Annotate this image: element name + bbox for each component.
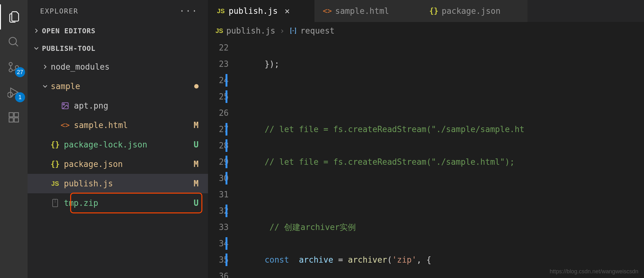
zip-icon [51,199,60,207]
tree-item-label: publish.js [64,179,194,188]
js-icon: JS [216,27,223,35]
svg-rect-10 [14,113,18,117]
chevron-down-icon [33,45,40,52]
tree-item-label: sample.html [74,120,194,130]
breadcrumb[interactable]: JS publish.js › request [208,22,644,40]
symbol-icon [289,27,297,35]
search-icon [8,36,20,48]
tab-label: package.json [442,6,501,16]
svg-rect-8 [9,118,13,122]
git-status-u: U [194,140,199,149]
json-icon: {} [51,140,60,149]
chevron-right-icon [41,63,49,71]
tree-file-package-json[interactable]: {} package.json M [28,154,208,174]
tree-item-label: apt.png [74,101,199,110]
git-status-u: U [194,198,199,208]
debug-activity[interactable]: 1 [0,80,28,105]
svg-rect-13 [53,199,58,207]
svg-rect-7 [9,113,13,117]
editor-tabs: JS publish.js × <> sample.html {} packag… [208,0,644,22]
watermark: https://blog.csdn.net/wangweiscsdn [550,268,638,275]
js-icon: JS [217,7,225,15]
editor-area: JS publish.js × <> sample.html {} packag… [208,0,644,278]
tree-item-label: node_modules [51,62,199,72]
svg-line-1 [15,44,18,46]
scm-activity[interactable]: 27 [0,55,28,80]
tab-publish-js[interactable]: JS publish.js × [208,0,314,22]
image-icon [61,101,70,110]
git-status-m: M [194,120,199,130]
close-icon[interactable]: × [285,6,290,16]
chevron-right-icon: › [280,26,285,35]
code-content[interactable]: }); // let file = fs.createReadStream(".… [242,40,644,278]
json-icon: {} [51,160,60,168]
modified-dot-icon [194,84,199,88]
code-editor[interactable]: 22 23 24 25 26 27 28 29 30 31 32 33 34 3… [208,40,644,278]
svg-rect-9 [14,118,18,122]
sidebar-title: EXPLORER [40,7,78,15]
tab-package-json[interactable]: {} package.json [421,0,527,22]
debug-badge: 1 [15,92,25,102]
extensions-icon [8,111,20,124]
tab-label: publish.js [229,6,278,16]
json-icon: {} [430,7,438,15]
tree-file-apt-png[interactable]: apt.png [28,96,208,115]
html-icon: <> [61,121,70,130]
search-activity[interactable] [0,29,28,55]
html-icon: <> [323,7,331,15]
js-icon: JS [51,179,60,188]
tree-item-label: package-lock.json [64,140,194,149]
line-numbers: 22 23 24 25 26 27 28 29 30 31 32 33 34 3… [208,40,242,278]
tab-label: sample.html [335,6,389,16]
explorer-sidebar: EXPLORER ··· OPEN EDITORS PUBLISH-TOOL n… [28,0,208,278]
project-label: PUBLISH-TOOL [42,45,96,52]
svg-point-3 [9,69,12,72]
more-actions-icon[interactable]: ··· [179,6,198,16]
chevron-right-icon [33,27,40,35]
breadcrumb-file: publish.js [226,26,275,35]
sidebar-header: EXPLORER ··· [28,0,208,22]
tree-item-label: package.json [64,159,194,169]
tree-item-label: sample [51,82,194,91]
tree-file-sample-html[interactable]: <> sample.html M [28,115,208,135]
tree-file-publish-js[interactable]: JS publish.js M [28,174,208,193]
svg-point-6 [8,92,13,98]
chevron-down-icon [41,83,49,90]
open-editors-section[interactable]: OPEN EDITORS [28,22,208,40]
activity-bar: 27 1 [0,0,28,278]
breadcrumb-symbol: request [300,26,335,35]
file-tree: node_modules sample apt.png <> sample.ht… [28,57,208,278]
svg-point-12 [63,104,65,105]
tree-file-tmp-zip[interactable]: tmp.zip U [28,193,208,213]
git-status-m: M [194,159,199,169]
tree-folder-node-modules[interactable]: node_modules [28,57,208,77]
git-status-m: M [194,179,199,188]
tab-sample-html[interactable]: <> sample.html [314,0,421,22]
svg-point-2 [9,62,12,66]
explorer-activity[interactable] [0,4,28,29]
tree-item-label: tmp.zip [64,198,194,208]
tree-folder-sample[interactable]: sample [28,77,208,96]
scm-badge: 27 [15,67,25,77]
open-editors-label: OPEN EDITORS [42,27,96,35]
tree-file-package-lock[interactable]: {} package-lock.json U [28,135,208,154]
project-section[interactable]: PUBLISH-TOOL [28,40,208,57]
files-icon [8,11,21,23]
svg-point-0 [9,37,16,45]
extensions-activity[interactable] [0,105,28,130]
